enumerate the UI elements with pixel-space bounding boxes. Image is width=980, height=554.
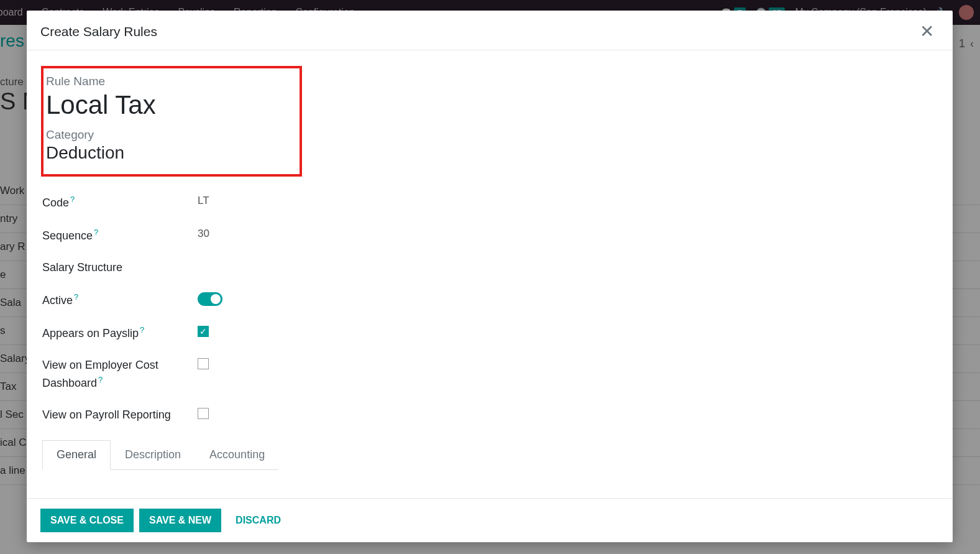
category-label: Category: [46, 128, 293, 142]
help-icon[interactable]: ?: [98, 375, 103, 384]
discard-button[interactable]: DISCARD: [227, 509, 290, 532]
active-label: Active?: [42, 291, 198, 309]
tab-general[interactable]: General: [42, 440, 111, 470]
category-input[interactable]: Deduction: [46, 143, 293, 163]
create-salary-rules-modal: Create Salary Rules ✕ Rule Name Local Ta…: [27, 11, 953, 542]
tabs: General Description Accounting: [42, 440, 278, 470]
form-fields: Code? LT Sequence? 30 Salary Structure A…: [42, 186, 440, 431]
modal-title: Create Salary Rules: [40, 24, 157, 39]
help-icon[interactable]: ?: [140, 325, 144, 335]
employer-cost-label: View on Employer Cost Dashboard?: [42, 357, 198, 392]
salary-structure-label: Salary Structure: [42, 259, 198, 276]
tab-accounting[interactable]: Accounting: [195, 440, 279, 469]
sequence-label: Sequence?: [42, 226, 198, 244]
help-icon[interactable]: ?: [94, 228, 98, 237]
help-icon[interactable]: ?: [70, 195, 75, 204]
employer-cost-checkbox[interactable]: [198, 358, 209, 369]
highlighted-fields: Rule Name Local Tax Category Deduction: [41, 66, 302, 177]
payroll-reporting-label: View on Payroll Reporting: [42, 407, 198, 423]
modal-overlay: Create Salary Rules ✕ Rule Name Local Ta…: [0, 0, 980, 554]
modal-body: Rule Name Local Tax Category Deduction C…: [27, 50, 953, 498]
rule-name-label: Rule Name: [46, 75, 293, 88]
save-close-button[interactable]: SAVE & CLOSE: [40, 509, 134, 532]
tab-description[interactable]: Description: [111, 440, 195, 469]
rule-name-input[interactable]: Local Tax: [46, 90, 293, 121]
modal-footer: SAVE & CLOSE SAVE & NEW DISCARD: [27, 498, 953, 542]
close-icon[interactable]: ✕: [917, 23, 937, 40]
active-toggle[interactable]: [198, 292, 222, 306]
payroll-reporting-checkbox[interactable]: [198, 408, 209, 419]
code-label: Code?: [42, 193, 198, 211]
appears-on-payslip-label: Appears on Payslip?: [42, 324, 198, 342]
save-new-button[interactable]: SAVE & NEW: [139, 509, 221, 532]
sequence-input[interactable]: 30: [198, 226, 209, 240]
code-input[interactable]: LT: [198, 193, 209, 207]
modal-header: Create Salary Rules ✕: [27, 11, 953, 50]
help-icon[interactable]: ?: [74, 292, 78, 302]
appears-on-payslip-checkbox[interactable]: ✓: [198, 326, 209, 337]
